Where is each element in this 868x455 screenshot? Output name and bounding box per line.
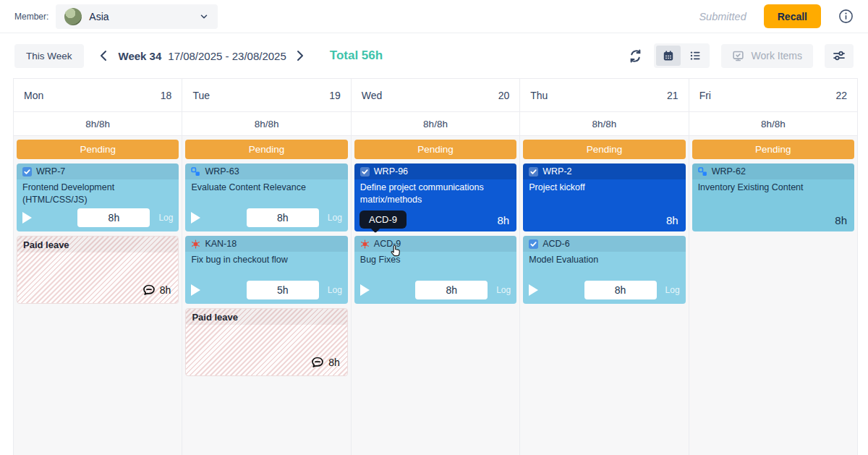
task-title: Fix bug in checkout flow <box>185 252 347 266</box>
task-card[interactable]: WRP-2 Project kickoff 8h <box>523 163 685 231</box>
play-icon[interactable] <box>529 284 538 296</box>
logged-hours: 8h <box>666 214 678 226</box>
task-check-icon <box>529 167 538 177</box>
day-cards: Pending WRP-7 Frontend Development (HTML… <box>14 136 182 455</box>
day-capacity: 8h/8h <box>182 112 350 136</box>
task-id: ACD-6 <box>542 239 570 249</box>
leave-hours: 8h <box>328 357 340 368</box>
day-date: 21 <box>667 90 678 101</box>
bug-icon <box>360 239 370 249</box>
week-number: Week 34 <box>119 50 162 62</box>
member-dropdown[interactable]: Asia <box>56 4 218 29</box>
card-header: ACD-9 <box>354 236 516 252</box>
subtask-icon <box>191 167 200 177</box>
comment-icon[interactable] <box>142 283 156 297</box>
leave-footer: 8h <box>142 283 171 297</box>
day-cards: Pending WRP-62 Inventory Existing Conten… <box>689 136 857 455</box>
avatar <box>64 8 82 25</box>
hours-input[interactable] <box>415 281 488 299</box>
day-date: 19 <box>329 90 341 101</box>
status-badge: Pending <box>17 140 179 159</box>
day-date: 20 <box>498 90 510 101</box>
day-header: Mon 18 <box>14 79 182 112</box>
card-footer: Log <box>17 208 179 227</box>
log-button[interactable]: Log <box>488 285 511 295</box>
task-card[interactable]: WRP-7 Frontend Development (HTML/CSS/JS)… <box>17 163 179 231</box>
status-badge: Pending <box>354 140 516 159</box>
info-icon[interactable] <box>838 9 854 24</box>
prev-week-button[interactable] <box>97 47 110 64</box>
hours-input[interactable] <box>247 281 319 299</box>
card-header: WRP-96 <box>354 163 516 179</box>
day-header: Wed 20 <box>352 79 519 112</box>
work-items-button[interactable]: Work Items <box>721 44 813 68</box>
task-card[interactable]: KAN-18 Fix bug in checkout flow Log <box>185 236 347 304</box>
hours-input[interactable] <box>77 208 150 227</box>
day-name: Thu <box>530 90 548 101</box>
day-column-fri: Fri 22 8h/8h Pending WRP-62 Inventory Ex… <box>689 79 858 455</box>
log-button[interactable]: Log <box>319 213 342 223</box>
task-card[interactable]: ACD-9 Bug Fixes Log <box>354 236 516 304</box>
task-check-icon <box>22 167 32 177</box>
play-icon[interactable] <box>22 212 32 224</box>
card-header: WRP-62 <box>692 163 854 179</box>
task-id: WRP-2 <box>542 166 571 177</box>
task-card[interactable]: WRP-62 Inventory Existing Content 8h <box>692 163 854 231</box>
refresh-icon[interactable] <box>629 49 642 63</box>
filter-icon[interactable] <box>825 44 854 68</box>
day-column-thu: Thu 21 8h/8h Pending WRP-2 Project kicko… <box>520 79 689 455</box>
log-button[interactable]: Log <box>150 213 173 223</box>
leave-title: Paid leave <box>17 237 178 252</box>
day-column-wed: Wed 20 8h/8h Pending WRP-96 Define proje… <box>352 79 520 455</box>
task-card[interactable]: ACD-6 Model Evaluation Log <box>523 236 685 304</box>
work-items-label: Work Items <box>751 50 802 61</box>
list-view-button[interactable] <box>683 46 707 66</box>
chevron-down-icon <box>199 12 209 22</box>
day-cards: Pending WRP-96 Define project communicat… <box>352 136 519 455</box>
day-name: Fri <box>699 90 711 101</box>
task-title: Define project communications matrix/met… <box>354 179 516 206</box>
day-capacity: 8h/8h <box>352 112 519 136</box>
status-badge: Pending <box>185 140 347 159</box>
leave-card[interactable]: Paid leave 8h <box>17 236 179 304</box>
log-button[interactable]: Log <box>319 285 342 295</box>
play-icon[interactable] <box>191 212 200 224</box>
next-week-button[interactable] <box>294 47 307 64</box>
card-footer: Log <box>523 281 685 299</box>
task-id: WRP-7 <box>36 166 65 177</box>
hand-cursor-icon <box>388 241 404 258</box>
log-button[interactable]: Log <box>657 285 680 295</box>
status-badge: Pending <box>523 140 685 159</box>
hours-input[interactable] <box>247 208 319 227</box>
task-check-icon <box>360 167 370 177</box>
task-card[interactable]: WRP-63 Evaluate Content Relevance Log <box>185 163 347 231</box>
member-label: Member: <box>14 12 48 22</box>
logged-hours: 8h <box>498 214 510 226</box>
week-grid: Mon 18 8h/8h Pending WRP-7 Frontend Deve… <box>13 78 858 455</box>
member-name: Asia <box>89 11 192 22</box>
status-badge: Pending <box>692 140 854 159</box>
leave-card[interactable]: Paid leave 8h <box>185 308 347 376</box>
day-capacity: 8h/8h <box>689 112 857 136</box>
card-header: WRP-63 <box>185 163 347 179</box>
play-icon[interactable] <box>360 284 370 296</box>
day-capacity: 8h/8h <box>14 112 182 136</box>
play-icon[interactable] <box>191 284 200 296</box>
card-header: WRP-2 <box>523 163 685 179</box>
leave-title: Paid leave <box>186 309 346 325</box>
comment-icon[interactable] <box>310 355 325 370</box>
this-week-button[interactable]: This Week <box>14 44 84 68</box>
task-id: WRP-62 <box>712 166 746 177</box>
hours-input[interactable] <box>584 281 657 299</box>
logged-hours: 8h <box>835 214 847 226</box>
day-name: Tue <box>192 90 210 101</box>
card-header: ACD-6 <box>523 236 685 252</box>
day-header: Tue 19 <box>182 79 350 112</box>
day-cards: Pending WRP-63 Evaluate Content Relevanc… <box>182 136 350 455</box>
card-footer: Log <box>185 208 347 227</box>
recall-button[interactable]: Recall <box>764 4 821 28</box>
bug-icon <box>191 239 200 249</box>
day-header: Thu 21 <box>520 79 688 112</box>
day-date: 18 <box>161 90 172 101</box>
calendar-view-button[interactable] <box>656 46 681 66</box>
